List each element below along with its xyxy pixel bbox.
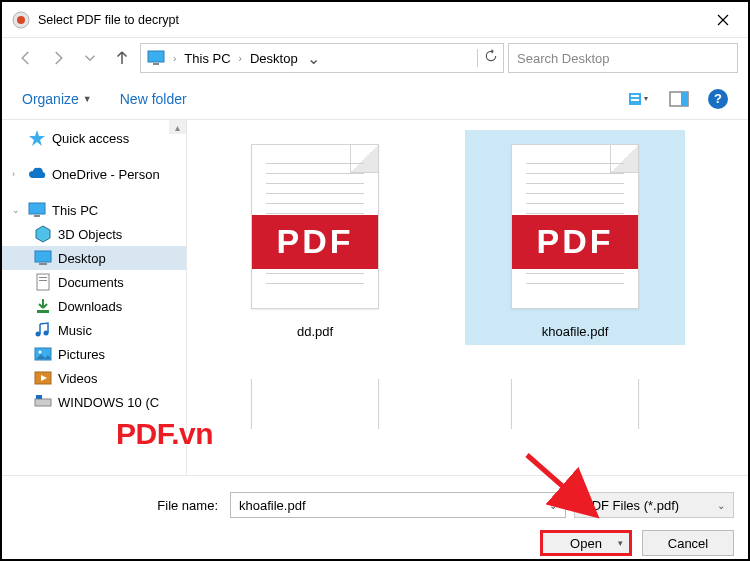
file-thumbnail: PDF — [240, 136, 390, 316]
file-thumbnail: PDF — [500, 136, 650, 316]
cube-icon — [34, 225, 52, 243]
videos-icon — [34, 369, 52, 387]
download-icon — [34, 297, 52, 315]
svg-rect-6 — [631, 99, 639, 101]
chevron-down-icon: ⌄ — [549, 500, 557, 511]
pc-icon — [147, 50, 165, 66]
forward-button[interactable] — [44, 44, 72, 72]
app-icon — [12, 11, 30, 29]
music-icon — [34, 321, 52, 339]
preview-pane-toggle[interactable] — [668, 88, 690, 110]
back-button[interactable] — [12, 44, 40, 72]
star-icon — [28, 129, 46, 147]
sidebar-3d-objects[interactable]: 3D Objects — [2, 222, 186, 246]
window-title: Select PDF file to decrypt — [38, 13, 700, 27]
svg-point-17 — [36, 332, 41, 337]
svg-rect-3 — [153, 63, 159, 65]
filetype-filter[interactable]: PDF Files (*.pdf) ⌄ — [574, 492, 734, 518]
sidebar-documents[interactable]: Documents — [2, 270, 186, 294]
svg-rect-14 — [39, 277, 47, 278]
sidebar-videos[interactable]: Videos — [2, 366, 186, 390]
close-button[interactable] — [700, 4, 746, 36]
svg-rect-8 — [681, 92, 688, 106]
filename-input[interactable]: khoafile.pdf ⌄ — [230, 492, 566, 518]
new-folder-label: New folder — [120, 91, 187, 107]
file-thumbnail — [240, 379, 390, 429]
file-name: khoafile.pdf — [542, 324, 609, 339]
toolbar: Organize ▼ New folder ? — [2, 78, 748, 120]
svg-point-1 — [17, 16, 25, 24]
chevron-down-icon: ⌄ — [717, 500, 725, 511]
view-options[interactable] — [628, 88, 650, 110]
breadcrumb-root[interactable]: This PC — [184, 51, 230, 66]
svg-rect-22 — [35, 399, 51, 406]
nav-row: › This PC › Desktop ⌄ Search Desktop — [2, 38, 748, 78]
address-dropdown[interactable]: ⌄ — [306, 49, 322, 68]
refresh-button[interactable] — [477, 49, 497, 67]
up-button[interactable] — [108, 44, 136, 72]
file-name: dd.pdf — [297, 324, 333, 339]
sidebar-pictures[interactable]: Pictures — [2, 342, 186, 366]
svg-rect-10 — [34, 215, 40, 217]
svg-rect-16 — [37, 310, 49, 313]
drive-icon — [34, 393, 52, 411]
breadcrumb-leaf[interactable]: Desktop — [250, 51, 298, 66]
svg-rect-15 — [39, 280, 47, 281]
file-item[interactable]: PDF khoafile.pdf — [465, 130, 685, 345]
document-icon — [34, 273, 52, 291]
chevron-icon: › — [239, 53, 242, 64]
sidebar-desktop[interactable]: Desktop — [2, 246, 186, 270]
collapse-icon[interactable]: ⌄ — [12, 205, 22, 215]
sidebar-music[interactable]: Music — [2, 318, 186, 342]
cancel-button[interactable]: Cancel — [642, 530, 734, 556]
help-button[interactable]: ? — [708, 89, 728, 109]
svg-rect-12 — [39, 263, 47, 265]
scroll-up[interactable]: ▴ — [169, 120, 186, 134]
file-area: PDF dd.pdf PDF khoafile.pdf — [187, 120, 748, 475]
svg-rect-2 — [148, 51, 164, 62]
sidebar-downloads[interactable]: Downloads — [2, 294, 186, 318]
pictures-icon — [34, 345, 52, 363]
filename-label: File name: — [16, 498, 222, 513]
desktop-icon — [34, 249, 52, 267]
expand-icon[interactable]: › — [12, 169, 22, 179]
svg-rect-13 — [37, 274, 49, 290]
chevron-icon: › — [173, 53, 176, 64]
organize-menu[interactable]: Organize ▼ — [22, 91, 92, 107]
recent-dropdown[interactable] — [76, 44, 104, 72]
svg-point-20 — [39, 351, 42, 354]
svg-rect-23 — [36, 395, 42, 399]
split-dropdown-icon: ▾ — [618, 538, 623, 548]
svg-point-18 — [44, 331, 49, 336]
file-thumbnail — [500, 379, 650, 429]
cloud-icon — [28, 165, 46, 183]
sidebar-this-pc[interactable]: ⌄ This PC — [2, 198, 186, 222]
search-input[interactable]: Search Desktop — [508, 43, 738, 73]
organize-label: Organize — [22, 91, 79, 107]
sidebar-onedrive[interactable]: › OneDrive - Person — [2, 162, 186, 186]
open-button[interactable]: Open ▾ — [540, 530, 632, 556]
address-bar[interactable]: › This PC › Desktop ⌄ — [140, 43, 504, 73]
bottom-panel: File name: khoafile.pdf ⌄ PDF Files (*.p… — [2, 475, 748, 561]
sidebar-quick-access[interactable]: Quick access — [2, 126, 186, 150]
titlebar: Select PDF file to decrypt — [2, 2, 748, 38]
pc-icon — [28, 201, 46, 219]
file-item[interactable] — [465, 373, 685, 435]
svg-rect-9 — [29, 203, 45, 214]
file-item[interactable]: PDF dd.pdf — [205, 130, 425, 345]
svg-rect-5 — [631, 95, 639, 97]
new-folder-button[interactable]: New folder — [120, 91, 187, 107]
chevron-down-icon: ▼ — [83, 94, 92, 104]
sidebar-drive-c[interactable]: WINDOWS 10 (C — [2, 390, 186, 414]
file-item[interactable] — [205, 373, 425, 435]
sidebar: ▴ Quick access › OneDrive - Person ⌄ Thi… — [2, 120, 187, 475]
svg-rect-11 — [35, 251, 51, 262]
